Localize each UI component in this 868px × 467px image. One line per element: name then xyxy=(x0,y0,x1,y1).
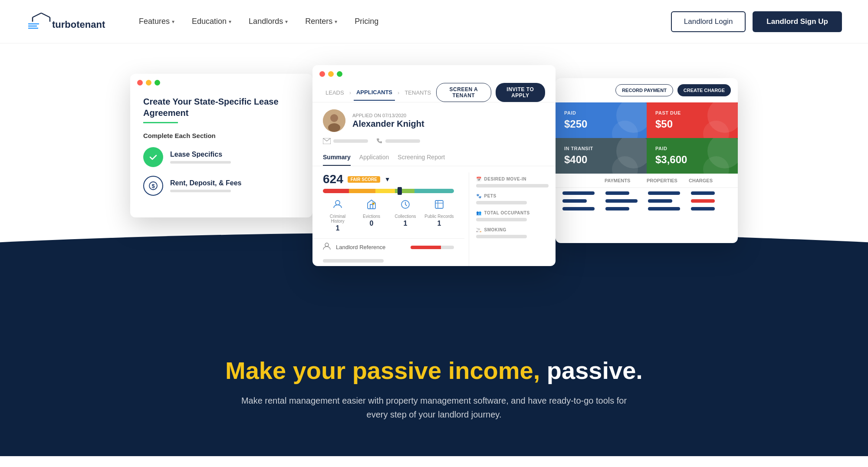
table-row xyxy=(562,199,731,203)
table-header: PAYMENTS Properties CHARGES xyxy=(556,174,738,188)
nav-item-features[interactable]: Features ▾ xyxy=(139,17,174,26)
stat-collections-value: 1 xyxy=(391,220,420,227)
col-properties: Properties xyxy=(647,178,689,183)
pets-icon: 🐾 xyxy=(476,194,482,198)
paid-label: PAID xyxy=(564,110,638,115)
score-bar xyxy=(323,189,454,193)
lease-item-specifics: Lease Specifics xyxy=(143,147,299,167)
total-paid-card: PAID $3,600 xyxy=(647,138,738,174)
nav-buttons: Landlord Login Landlord Sign Up xyxy=(671,11,842,32)
chevron-down-icon: ▾ xyxy=(285,19,288,25)
paid-card: PAID $250 xyxy=(556,102,647,138)
public-records-icon xyxy=(424,199,454,212)
summary-tabs: Summary Application Screening Report xyxy=(312,149,556,166)
bottom-section: Make your passive income, passive. Make … xyxy=(0,321,868,456)
stats-grid: Criminal History 1 🔒 Evictions 0 xyxy=(312,199,464,232)
payment-cards: PAID $250 PAST DUE $50 IN TRANSIT $400 xyxy=(556,102,738,174)
tab-summary[interactable]: Summary xyxy=(323,149,351,166)
stat-criminal-label: Criminal History xyxy=(323,214,352,224)
stat-collections-label: Collections xyxy=(391,214,420,219)
bottom-headline: Make your passive income, passive. xyxy=(26,356,842,385)
check-icon-circle xyxy=(143,147,163,167)
score-badge: FAIR SCORE xyxy=(348,176,380,183)
bottom-subtext: Make rental management easier with prope… xyxy=(239,394,629,421)
tab-leads[interactable]: LEADS xyxy=(323,85,347,100)
contact-row xyxy=(312,135,556,149)
calendar-icon: 📅 xyxy=(476,177,482,181)
navbar: turbotenant Features ▾ Education ▾ Landl… xyxy=(0,0,868,43)
applicant-header: APPLIED ON 07/13/2020 Alexander Knight xyxy=(312,102,556,135)
occupants-icon: 👥 xyxy=(476,210,482,215)
lease-title: Create Your State-Specific Lease Agreeme… xyxy=(143,96,299,118)
hero-section: Create Your State-Specific Lease Agreeme… xyxy=(0,43,868,321)
phone-icon xyxy=(377,138,383,144)
lease-item-fees: $ Rent, Deposit, & Fees xyxy=(143,176,299,196)
invite-to-apply-button[interactable]: INVITE TO APPLY xyxy=(496,83,545,102)
svg-text:🔒: 🔒 xyxy=(372,201,375,205)
logo[interactable]: turbotenant xyxy=(26,10,113,33)
lease-item-bar xyxy=(170,190,231,192)
dot-red xyxy=(319,71,325,77)
email-contact xyxy=(323,138,368,144)
record-payment-button[interactable]: RECORD PAYMENT xyxy=(615,84,673,96)
chevron-down-icon: ▾ xyxy=(172,19,174,25)
table-row xyxy=(562,191,731,195)
lease-section-label: Complete Each Section xyxy=(143,132,299,139)
landlord-signup-button[interactable]: Landlord Sign Up xyxy=(753,11,842,32)
credit-score: 624 xyxy=(323,172,343,186)
lease-item-specifics-title: Lease Specifics xyxy=(170,151,299,158)
stat-evictions-value: 0 xyxy=(357,220,386,227)
nav-item-landlords[interactable]: Landlords ▾ xyxy=(249,17,288,26)
tab-screening[interactable]: Screening Report xyxy=(398,149,445,166)
nav-item-renters[interactable]: Renters ▾ xyxy=(305,17,337,26)
windows-container: Create Your State-Specific Lease Agreeme… xyxy=(0,61,868,266)
dollar-icon-circle: $ xyxy=(143,176,163,196)
stat-collections: Collections 1 xyxy=(391,199,420,232)
nav-item-pricing[interactable]: Pricing xyxy=(355,17,378,26)
svg-text:$: $ xyxy=(151,183,155,189)
tab-application[interactable]: Application xyxy=(359,149,389,166)
dot-yellow xyxy=(146,80,151,86)
svg-point-12 xyxy=(328,123,340,132)
evictions-icon: 🔒 xyxy=(357,199,386,212)
in-transit-card: IN TRANSIT $400 xyxy=(556,138,647,174)
table-rows xyxy=(556,188,738,218)
tab-tenants[interactable]: TENANTS xyxy=(402,85,434,100)
svg-text:turbotenant: turbotenant xyxy=(52,19,105,30)
landlord-login-button[interactable]: Landlord Login xyxy=(671,11,746,32)
window-dots-center xyxy=(312,65,556,83)
landlord-reference: Landlord Reference xyxy=(312,238,464,256)
tab-applicants[interactable]: APPLICANTS xyxy=(354,85,395,101)
headline-yellow: Make your passive income, xyxy=(225,357,540,384)
desired-move-in-field: 📅 DESIRED MOVE-IN xyxy=(476,177,549,187)
col-charges: CHARGES xyxy=(689,178,731,183)
svg-point-14 xyxy=(335,201,340,205)
applied-date: APPLIED ON 07/13/2020 xyxy=(352,113,545,118)
payments-header: RECORD PAYMENT CREATE CHARGE xyxy=(556,78,738,102)
avatar xyxy=(323,109,345,132)
dot-yellow xyxy=(328,71,334,77)
collections-icon xyxy=(391,199,420,212)
landlord-ref-label: Landlord Reference xyxy=(336,244,405,250)
applicant-window: LEADS › APPLICANTS › TENANTS SCREEN A TE… xyxy=(312,65,556,266)
chevron-down-icon: ▾ xyxy=(335,19,337,25)
stat-criminal-value: 1 xyxy=(323,224,352,232)
svg-point-21 xyxy=(325,243,329,247)
total-paid-label: PAID xyxy=(655,146,729,151)
create-charge-button[interactable]: CREATE CHARGE xyxy=(677,84,731,96)
criminal-icon xyxy=(323,199,352,212)
chevron-down-icon: ▾ xyxy=(229,19,231,25)
screen-tenant-button[interactable]: SCREEN A TENANT xyxy=(436,83,491,102)
lease-item-bar xyxy=(170,161,231,164)
score-section: 624 FAIR SCORE ▼ xyxy=(312,172,464,193)
nav-links: Features ▾ Education ▾ Landlords ▾ Rente… xyxy=(139,17,671,26)
lease-item-fees-title: Rent, Deposit, & Fees xyxy=(170,179,299,187)
mail-icon xyxy=(323,138,331,144)
applicant-name: Alexander Knight xyxy=(352,119,545,129)
landlord-ref-bar xyxy=(411,246,454,249)
dot-green xyxy=(337,71,342,77)
svg-line-1 xyxy=(33,13,41,17)
dot-red xyxy=(137,80,143,86)
nav-item-education[interactable]: Education ▾ xyxy=(192,17,231,26)
smoking-bar xyxy=(476,235,527,238)
